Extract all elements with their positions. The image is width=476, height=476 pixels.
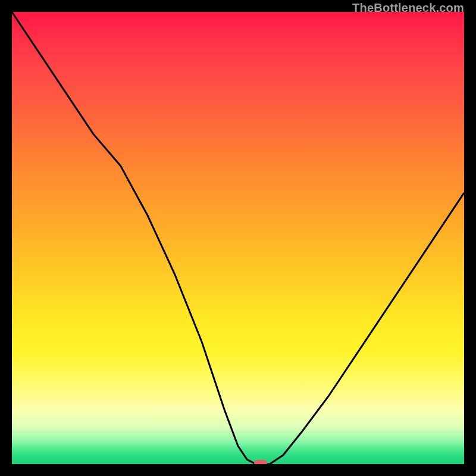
plot-area	[12, 12, 464, 464]
bottleneck-curve	[12, 12, 464, 464]
curve-layer	[12, 12, 464, 464]
optimal-marker	[254, 460, 267, 464]
chart-frame: TheBottleneck.com	[0, 0, 476, 476]
